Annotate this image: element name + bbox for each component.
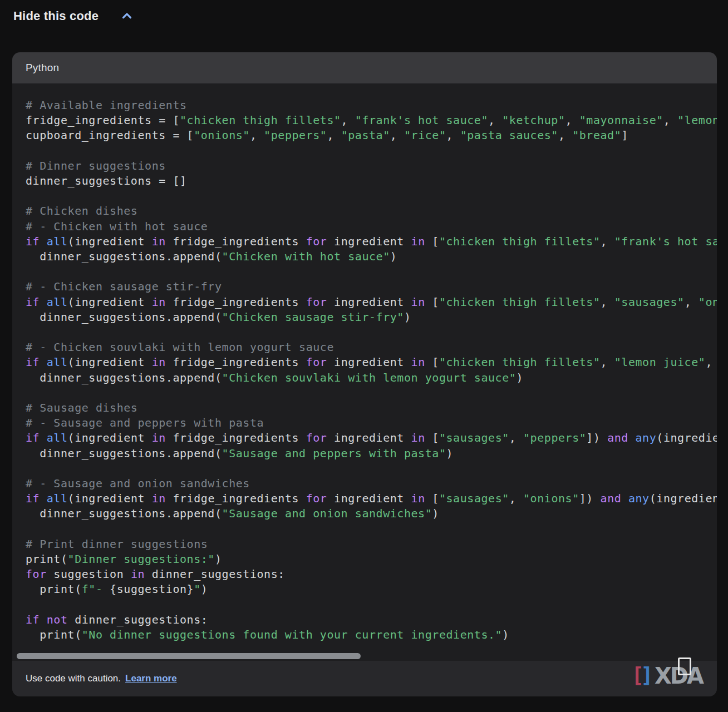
code-line: dinner_suggestions.append("Chicken souvl… xyxy=(26,370,717,385)
caution-text: Use code with caution. xyxy=(26,673,121,684)
code-line: # - Chicken with hot sauce xyxy=(26,219,717,234)
code-line: print(f"- {suggestion}") xyxy=(26,582,717,597)
code-line: # Chicken dishes xyxy=(26,204,717,219)
code-line: if not dinner_suggestions: xyxy=(26,612,717,627)
code-line: # Dinner suggestions xyxy=(26,159,717,174)
code-line: cupboard_ingredients = ["onions", "peppe… xyxy=(26,128,717,143)
code-line: dinner_suggestions.append("Sausage and p… xyxy=(26,446,717,461)
code-line: if all(ingredient in fridge_ingredients … xyxy=(26,355,717,370)
code-line xyxy=(26,264,717,279)
code-area[interactable]: # Available ingredientsfridge_ingredient… xyxy=(12,83,717,661)
code-line: # Available ingredients xyxy=(26,98,717,113)
code-panel: Python # Available ingredientsfridge_ing… xyxy=(12,52,717,696)
code-line: # - Chicken souvlaki with lemon yogurt s… xyxy=(26,340,717,355)
code-line xyxy=(26,522,717,537)
code-line xyxy=(26,325,717,340)
code-line: dinner_suggestions.append("Chicken sausa… xyxy=(26,310,717,325)
code-line: dinner_suggestions = [] xyxy=(26,174,717,189)
xda-square-icon xyxy=(678,657,691,675)
code-line: # Sausage dishes xyxy=(26,400,717,416)
learn-more-link[interactable]: Learn more xyxy=(125,673,177,684)
xda-brackets-icon: [] xyxy=(631,662,650,687)
language-bar: Python xyxy=(12,52,717,83)
language-label: Python xyxy=(26,62,59,74)
xda-watermark: [] XDA xyxy=(631,663,702,689)
code-line: # - Sausage and onion sandwiches xyxy=(26,476,717,491)
code-line xyxy=(26,144,717,159)
horizontal-scrollbar-thumb[interactable] xyxy=(17,653,361,659)
code-line: if all(ingredient in fridge_ingredients … xyxy=(26,431,717,446)
hide-code-toggle[interactable]: Hide this code xyxy=(13,9,134,23)
code-line: fridge_ingredients = ["chicken thigh fil… xyxy=(26,113,717,128)
xda-letters: XDA xyxy=(655,663,702,689)
code-line: if all(ingredient in fridge_ingredients … xyxy=(26,234,717,249)
code-line xyxy=(26,461,717,476)
code-line: # Print dinner suggestions xyxy=(26,537,717,552)
chevron-up-icon[interactable] xyxy=(120,9,134,23)
hide-code-label: Hide this code xyxy=(13,9,99,23)
code-line: dinner_suggestions.append("Chicken with … xyxy=(26,249,717,264)
code-line: print("Dinner suggestions:") xyxy=(26,552,717,567)
code-line: for suggestion in dinner_suggestions: xyxy=(26,567,717,582)
code-line: print("No dinner suggestions found with … xyxy=(26,627,717,642)
caution-footer: Use code with caution. Learn more [] XDA xyxy=(12,661,717,696)
code-line: dinner_suggestions.append("Sausage and o… xyxy=(26,506,717,521)
code-line xyxy=(26,385,717,400)
code-line: if all(ingredient in fridge_ingredients … xyxy=(26,491,717,506)
code-line xyxy=(26,189,717,204)
code-line: # - Sausage and peppers with pasta xyxy=(26,416,717,431)
code-line: # - Chicken sausage stir-fry xyxy=(26,279,717,294)
code-line xyxy=(26,597,717,612)
code-line: if all(ingredient in fridge_ingredients … xyxy=(26,295,717,310)
